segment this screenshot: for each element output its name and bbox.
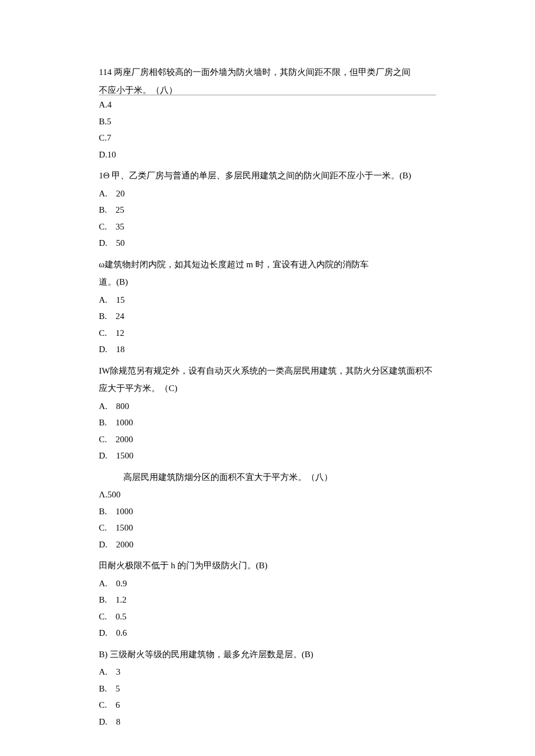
option-value: 1000 [116, 418, 133, 427]
option-value: 1500 [116, 451, 134, 460]
option-label: A. [99, 295, 108, 304]
option-value: 5 [116, 684, 120, 693]
option-line: A. 15 [99, 292, 436, 309]
option-line: A.4 [99, 96, 436, 113]
option-value: 24 [116, 311, 124, 321]
option-label: C. [99, 700, 107, 710]
option-label: D. [99, 540, 108, 549]
option-label: B. [99, 418, 107, 427]
option-line: C. 1500 [99, 519, 436, 536]
option-value: 0.5 [116, 612, 127, 621]
option-label: D. [99, 451, 108, 460]
option-value: 15 [116, 295, 125, 304]
option-value: 12 [116, 328, 124, 338]
option-label: A. [99, 579, 108, 588]
option-label: D. [99, 238, 108, 248]
option-value: 25 [116, 205, 124, 214]
option-value: 18 [116, 345, 125, 354]
option-line: B. 24 [99, 308, 436, 325]
option-line: C. 12 [99, 325, 436, 342]
option-line: B. 1.2 [99, 592, 436, 608]
option-line: D. 50 [99, 235, 436, 252]
option-label: C. [99, 523, 107, 532]
option-value: 20 [116, 189, 125, 198]
option-label: A. [99, 189, 108, 198]
option-line: C. 0.5 [99, 608, 436, 625]
question-block: 114 两座厂房相邻较高的一面外墙为防火墙时，其防火间距不限，但甲类厂房之间不应… [99, 64, 436, 163]
document-body: 114 两座厂房相邻较高的一面外墙为防火墙时，其防火间距不限，但甲类厂房之间不应… [99, 64, 436, 730]
option-line: C. 35 [99, 218, 436, 235]
option-line: A. 3 [99, 664, 436, 680]
option-label: C. [99, 612, 107, 621]
option-line: C. 2000 [99, 431, 436, 448]
option-line: A. 0.9 [99, 575, 436, 592]
option-value: 8 [116, 717, 121, 726]
question-text-line: 高层民用建筑防烟分区的面积不宜大于平方米。（八） [99, 469, 436, 486]
option-line: C.7 [99, 130, 436, 146]
option-value: 1000 [116, 507, 133, 516]
option-label: B. [99, 684, 107, 693]
option-line: D. 2000 [99, 536, 436, 553]
option-label: C. [99, 435, 107, 444]
option-line: B. 25 [99, 202, 436, 218]
question-block: 田耐火极限不低于 h 的门为甲级防火门。(B)A. 0.9B. 1.2C. 0.… [99, 557, 436, 642]
option-label: B. [99, 595, 107, 604]
question-block: 高层民用建筑防烟分区的面积不宜大于平方米。（八）Λ.500B. 1000C. 1… [99, 469, 436, 553]
option-value: 2000 [116, 435, 133, 444]
option-value: 35 [116, 222, 124, 231]
option-line: B. 1000 [99, 414, 436, 431]
question-text-line: 1Θ 甲、乙类厂房与普通的单层、多层民用建筑之间的防火间距不应小于一米。(B) [99, 167, 436, 184]
option-value: 1500 [116, 523, 133, 532]
option-line: D. 1500 [99, 447, 436, 464]
option-label: D. [99, 717, 108, 726]
question-block: ω建筑物封闭内院，如其短边长度超过 m 时，宜设有进入内院的消防车道。(B)A.… [99, 256, 436, 358]
option-label: C. [99, 222, 107, 231]
option-label: A. [99, 402, 108, 411]
option-line: D. 8 [99, 714, 436, 730]
question-block: IW除规范另有规定外，设有自动灭火系统的一类高层民用建筑，其防火分区建筑面积不应… [99, 363, 436, 464]
option-line: B. 5 [99, 680, 436, 697]
question-text-line: B) 三级耐火等级的民用建筑物，最多允许层数是层。(B) [99, 646, 436, 663]
option-line: D. 0.6 [99, 625, 436, 642]
option-value: 800 [116, 402, 130, 411]
question-text-line: 114 两座厂房相邻较高的一面外墙为防火墙时，其防火间距不限，但甲类厂房之间 [99, 64, 436, 81]
option-label: D. [99, 345, 108, 354]
option-line: C. 6 [99, 697, 436, 714]
question-block: 1Θ 甲、乙类厂房与普通的单层、多层民用建筑之间的防火间距不应小于一米。(B)A… [99, 167, 436, 252]
option-line: B.5 [99, 113, 436, 130]
option-line: Λ.500 [99, 486, 436, 503]
option-value: 1.2 [116, 595, 127, 604]
option-label: A. [99, 667, 108, 676]
option-value: 2000 [116, 540, 134, 549]
option-line: A. 20 [99, 185, 436, 202]
option-line: A. 800 [99, 398, 436, 415]
question-text-line: 应大于平方米。（C) [99, 380, 436, 397]
option-label: B. [99, 507, 107, 516]
question-text-line: IW除规范另有规定外，设有自动灭火系统的一类高层民用建筑，其防火分区建筑面积不 [99, 363, 436, 379]
option-label: C. [99, 328, 107, 338]
option-label: B. [99, 205, 107, 214]
question-text-line: ω建筑物封闭内院，如其短边长度超过 m 时，宜设有进入内院的消防车 [99, 256, 436, 273]
option-value: 6 [116, 700, 120, 710]
option-value: 50 [116, 238, 125, 248]
option-line: B. 1000 [99, 503, 436, 520]
question-text-line: 田耐火极限不低于 h 的门为甲级防火门。(B) [99, 557, 436, 574]
option-label: B. [99, 311, 107, 321]
question-text-line: 不应小于米。（八） [99, 82, 436, 99]
option-value: 3 [116, 667, 121, 676]
option-line: D.10 [99, 146, 436, 163]
question-text-line: 道。(B) [99, 274, 436, 291]
option-value: 0.6 [116, 628, 127, 637]
question-block: B) 三级耐火等级的民用建筑物，最多允许层数是层。(B)A. 3B. 5C. 6… [99, 646, 436, 730]
option-label: D. [99, 628, 108, 637]
option-value: 0.9 [116, 579, 127, 588]
option-line: D. 18 [99, 341, 436, 358]
